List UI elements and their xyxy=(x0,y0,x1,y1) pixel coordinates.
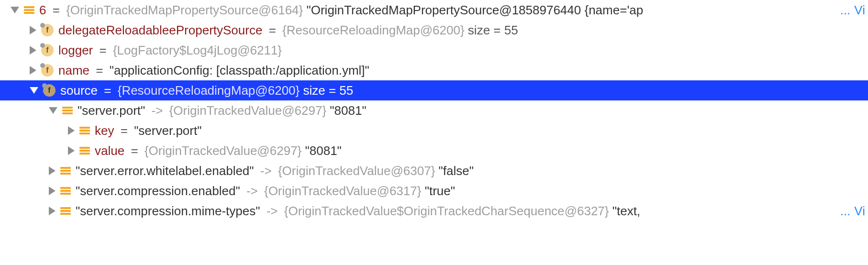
field-icon: f xyxy=(43,84,56,97)
map-arrow: -> xyxy=(246,184,258,198)
entry-type: {OriginTrackedValue@6307} xyxy=(278,164,435,178)
field-icon: f xyxy=(41,24,54,36)
row-content: logger = {LogFactory$Log4jLog@6211} xyxy=(58,43,865,58)
equals-sign: = xyxy=(104,83,111,98)
field-name: source xyxy=(60,83,98,98)
row-content: source = {ResourceReloadingMap@6200} siz… xyxy=(60,83,865,98)
entry-key: "server.error.whitelabel.enabled" xyxy=(76,164,254,178)
map-entry-icon xyxy=(79,145,90,156)
object-type: {ResourceReloadingMap@6200} xyxy=(282,23,465,37)
map-entry-icon xyxy=(62,105,73,116)
entry-type: {OriginTrackedValue$OriginTrackedCharSeq… xyxy=(284,204,609,218)
row-content: "server.compression.mime-types" -> {Orig… xyxy=(76,204,838,219)
field-name: name xyxy=(58,63,89,77)
map-entry-icon xyxy=(60,166,71,176)
map-entry-icon xyxy=(60,186,71,196)
equals-sign: = xyxy=(96,63,103,77)
chevron-down-icon[interactable] xyxy=(49,107,57,114)
view-link[interactable]: Vi xyxy=(854,3,865,18)
size-label: size = 55 xyxy=(468,23,518,37)
chevron-right-icon[interactable] xyxy=(49,166,56,175)
equals-sign: = xyxy=(53,3,60,17)
object-type: {OriginTrackedValue@6297} xyxy=(145,144,301,158)
map-entry-icon xyxy=(79,125,90,136)
view-link[interactable]: Vi xyxy=(854,204,865,219)
field-name: logger xyxy=(58,43,93,57)
row-content: delegateReloadableePropertySource = {Res… xyxy=(58,23,865,38)
tree-row-name[interactable]: f name = "applicationConfig: [classpath:… xyxy=(0,60,868,80)
field-value: "applicationConfig: [classpath:/applicat… xyxy=(110,63,369,77)
map-entry-icon xyxy=(60,206,71,216)
entry-type: {OriginTrackedValue@6317} xyxy=(264,184,421,198)
equals-sign: = xyxy=(121,123,128,138)
ellipsis: ... xyxy=(840,3,851,18)
tree-row-root[interactable]: 6 = {OriginTrackedMapPropertySource@6164… xyxy=(0,0,868,20)
object-type: {LogFactory$Log4jLog@6211} xyxy=(113,43,282,57)
chevron-right-icon[interactable] xyxy=(30,66,36,75)
chevron-right-icon[interactable] xyxy=(68,146,75,155)
object-string: "OriginTrackedMapPropertySource@18589764… xyxy=(307,3,644,17)
tree-row-entry-compression-enabled[interactable]: "server.compression.enabled" -> {OriginT… xyxy=(0,181,868,201)
row-content: name = "applicationConfig: [classpath:/a… xyxy=(58,63,865,78)
array-element-icon xyxy=(24,5,34,15)
ellipsis: ... xyxy=(840,204,851,219)
index-label: 6 xyxy=(39,3,46,17)
entry-key: "server.port" xyxy=(78,103,145,118)
field-value: "8081" xyxy=(305,144,342,158)
equals-sign: = xyxy=(269,23,276,37)
tree-row-source[interactable]: f source = {ResourceReloadingMap@6200} s… xyxy=(0,80,868,100)
entry-value: "text, xyxy=(612,204,640,218)
equals-sign: = xyxy=(131,144,138,158)
row-content: key = "server.port" xyxy=(95,123,865,138)
field-name: delegateReloadableePropertySource xyxy=(58,23,262,37)
tree-row-entry-server-port[interactable]: "server.port" -> {OriginTrackedValue@629… xyxy=(0,100,868,121)
row-content: "server.compression.enabled" -> {OriginT… xyxy=(76,184,865,199)
entry-value: "false" xyxy=(439,164,474,178)
tree-row-entry-value[interactable]: value = {OriginTrackedValue@6297} "8081" xyxy=(0,141,868,161)
row-content: value = {OriginTrackedValue@6297} "8081" xyxy=(95,144,865,158)
entry-value: "true" xyxy=(425,184,455,198)
chevron-right-icon[interactable] xyxy=(49,187,56,195)
field-name: value xyxy=(95,144,124,158)
row-content: "server.port" -> {OriginTrackedValue@629… xyxy=(78,103,865,118)
chevron-right-icon[interactable] xyxy=(30,46,36,55)
map-arrow: -> xyxy=(260,164,272,178)
field-value: "server.port" xyxy=(134,123,201,138)
field-icon: f xyxy=(41,64,54,77)
tree-row-entry-mime-types[interactable]: "server.compression.mime-types" -> {Orig… xyxy=(0,201,868,221)
object-type: {ResourceReloadingMap@6200} xyxy=(118,83,300,98)
tree-row-delegate[interactable]: f delegateReloadableePropertySource = {R… xyxy=(0,20,868,40)
row-content: "server.error.whitelabel.enabled" -> {Or… xyxy=(76,164,865,178)
entry-value: "8081" xyxy=(330,103,366,118)
row-content: 6 = {OriginTrackedMapPropertySource@6164… xyxy=(39,3,838,18)
equals-sign: = xyxy=(100,43,107,57)
chevron-down-icon[interactable] xyxy=(30,87,38,94)
chevron-right-icon[interactable] xyxy=(68,126,75,135)
field-icon: f xyxy=(41,44,54,56)
field-name: key xyxy=(95,123,114,138)
map-arrow: -> xyxy=(267,204,278,218)
tree-row-logger[interactable]: f logger = {LogFactory$Log4jLog@6211} xyxy=(0,40,868,60)
object-type: {OriginTrackedMapPropertySource@6164} xyxy=(66,3,303,17)
entry-key: "server.compression.mime-types" xyxy=(76,204,260,218)
chevron-down-icon[interactable] xyxy=(11,7,19,13)
entry-type: {OriginTrackedValue@6297} xyxy=(169,103,326,118)
tree-row-entry-whitelabel[interactable]: "server.error.whitelabel.enabled" -> {Or… xyxy=(0,161,868,181)
chevron-right-icon[interactable] xyxy=(30,26,36,34)
size-label: size = 55 xyxy=(303,83,353,98)
chevron-right-icon[interactable] xyxy=(49,207,56,215)
entry-key: "server.compression.enabled" xyxy=(76,184,240,198)
map-arrow: -> xyxy=(152,103,163,118)
tree-row-entry-key[interactable]: key = "server.port" xyxy=(0,121,868,141)
debug-tree: 6 = {OriginTrackedMapPropertySource@6164… xyxy=(0,0,868,221)
